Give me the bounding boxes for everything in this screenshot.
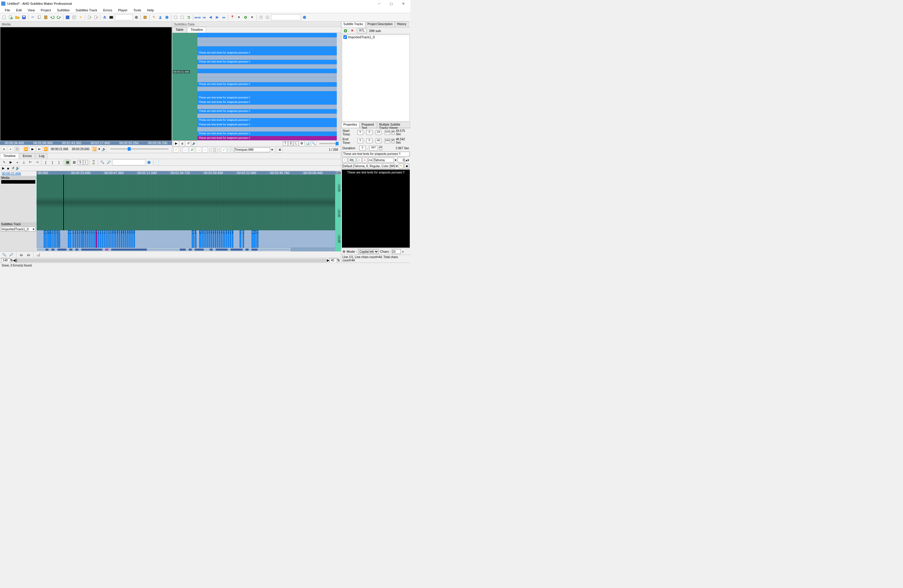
tl-zoom-value[interactable]: 148 xyxy=(1,258,10,263)
timeline-subtitle-block[interactable]: T xyxy=(83,230,84,248)
timeline-subtitle-block[interactable]: T xyxy=(225,230,227,248)
new-plus-button[interactable] xyxy=(8,14,14,20)
subdata-scrollbar[interactable] xyxy=(337,33,341,140)
plugin-a-button[interactable] xyxy=(173,14,179,20)
tl-mark-out-button[interactable]: ⊣ xyxy=(34,159,40,165)
record-button[interactable] xyxy=(134,14,139,20)
add-track-button[interactable] xyxy=(343,28,348,34)
end-ms[interactable]: 542 xyxy=(385,138,391,143)
timeline-subtitle-block[interactable]: T xyxy=(112,230,114,248)
timeline-overview[interactable] xyxy=(36,248,335,251)
timeline-subtitles-track[interactable]: 00...Thes...TT00...T0000...TThT0TTTTTTTT… xyxy=(36,230,335,248)
font-name-input[interactable] xyxy=(374,157,394,162)
subtitle-row[interactable] xyxy=(197,33,337,38)
tl-zoom-in-button[interactable]: 🔍 xyxy=(99,159,105,165)
chars-go-button[interactable]: » xyxy=(402,250,404,253)
tl-bracket-close-button[interactable]: ] xyxy=(56,159,62,165)
save-button[interactable] xyxy=(21,14,27,20)
subtitle-row[interactable] xyxy=(197,42,337,46)
style-pick-button[interactable]: ▣ xyxy=(404,164,409,168)
prop-tab-multiple-subtitle-tracks-viewer[interactable]: Multiple Subtitle Tracks Viewer xyxy=(377,122,410,128)
tl-zoom-out-button[interactable]: 🔎 xyxy=(106,159,112,165)
subtitle-row[interactable]: These are test texts for snapsots purose… xyxy=(197,132,337,136)
sd-tab-table[interactable]: Table xyxy=(172,27,187,33)
timeline-subtitle-block[interactable]: T xyxy=(57,230,58,248)
tl-zoom-spinner[interactable]: ⇅ xyxy=(10,258,13,262)
timeline-subtitle-block[interactable]: 00... xyxy=(192,230,194,248)
end-m[interactable]: 0 xyxy=(367,138,372,143)
subtitle-row[interactable] xyxy=(197,38,337,42)
timeline-subtitle-block[interactable]: 0 xyxy=(59,230,60,248)
license-button[interactable] xyxy=(142,14,148,20)
timeline-subtitle-block[interactable]: T xyxy=(52,230,53,248)
plugin-b-button[interactable] xyxy=(179,14,185,20)
tl-view-a-button[interactable]: ▦ xyxy=(64,159,71,165)
pin-button[interactable]: 📍 xyxy=(230,14,235,20)
clock-icon[interactable] xyxy=(258,14,264,20)
tlf-zoom-in-button[interactable]: 🔍 xyxy=(1,252,7,258)
tl-doc-button[interactable]: 📄 xyxy=(155,159,160,165)
timeline-subtitle-block[interactable]: T xyxy=(81,230,83,248)
right-tab-project-description[interactable]: Project Description xyxy=(365,22,395,27)
lower-tab-errors[interactable]: Errors xyxy=(19,153,35,159)
font-size-input[interactable] xyxy=(398,157,405,162)
timeline-subtitle-block[interactable]: T xyxy=(134,230,135,248)
subdata-rows[interactable]: These are test texts for snapsots purose… xyxy=(197,33,337,140)
menu-subtitles[interactable]: Subtitles xyxy=(55,8,72,13)
font-color-icon[interactable]: A xyxy=(362,157,367,162)
menu-edit[interactable]: Edit xyxy=(14,8,24,13)
subtitle-row[interactable] xyxy=(197,91,337,96)
menu-help[interactable]: Help xyxy=(145,8,156,13)
tl-s-button[interactable]: S xyxy=(78,160,83,165)
sd-play-button[interactable]: ▶ xyxy=(173,141,179,146)
subtitle-row[interactable] xyxy=(197,64,337,69)
timeline-main[interactable]: 00.00000:00:23.68000:00:47.36000:01:11.0… xyxy=(36,171,335,251)
clock-x-icon[interactable] xyxy=(264,14,271,20)
timeline-subtitle-block[interactable]: T xyxy=(206,230,208,248)
menu-player[interactable]: Player xyxy=(116,8,130,13)
timeline-subtitle-block[interactable]: 0 xyxy=(79,230,80,248)
menu-project[interactable]: Project xyxy=(38,8,53,13)
subtitle-row[interactable]: These are test texts for snapsots purose… xyxy=(197,123,337,127)
sd-tab-timeline[interactable]: Timeline xyxy=(187,27,206,33)
start-m[interactable]: 0 xyxy=(367,130,372,135)
timeline-subtitle-block[interactable]: T xyxy=(208,230,210,248)
timeline-subtitle-block[interactable]: 0 xyxy=(58,230,59,248)
undo-button[interactable] xyxy=(49,14,55,20)
timeline-subtitle-block[interactable]: Thes... xyxy=(47,230,50,248)
sd-grid-button[interactable]: ⊞ xyxy=(277,147,282,153)
timeline-subtitle-block[interactable]: 00 xyxy=(239,230,241,248)
export-button[interactable] xyxy=(93,14,99,20)
timeline-subtitle-block[interactable]: Th xyxy=(114,230,116,248)
sd-t-button[interactable]: T xyxy=(283,141,288,146)
tlf-zoom-out-button[interactable]: 🔎 xyxy=(8,252,14,258)
refresh-button[interactable] xyxy=(186,14,192,20)
timeline-subtitle-block[interactable]: 00... xyxy=(68,230,71,248)
timeline-subtitle-block[interactable]: T xyxy=(85,230,87,248)
timeline-subtitle-block[interactable]: 00... xyxy=(125,230,126,248)
sd-cfg-b-button[interactable]: 📊 xyxy=(305,141,310,146)
menu-file[interactable]: File xyxy=(2,8,13,13)
edit-icon[interactable] xyxy=(71,14,77,20)
timeline-subtitle-block[interactable]: T xyxy=(230,230,231,248)
tlf-card-b-button[interactable]: 🗂 xyxy=(25,252,31,258)
tl-mark-in-button[interactable]: ⊢ xyxy=(28,159,33,165)
default-style-input[interactable] xyxy=(343,164,395,168)
tl-hscroll-right[interactable]: ▶ xyxy=(327,258,329,262)
timeline-subtitle-block[interactable]: Th xyxy=(223,230,225,248)
timeline-subtitle-block[interactable]: T xyxy=(213,230,214,248)
timeline-subtitle-block[interactable]: T xyxy=(50,230,52,248)
end-s[interactable]: 46 xyxy=(376,138,382,143)
overview-viewport[interactable] xyxy=(36,248,290,251)
font-a-icon[interactable]: A xyxy=(357,157,362,162)
dropdown-arrow-2-icon[interactable]: ▾ xyxy=(249,14,255,20)
close-button[interactable]: ✕ xyxy=(397,0,409,7)
sd-loop-button[interactable]: ↺ xyxy=(186,141,191,146)
dropdown-arrow-icon[interactable]: ▾ xyxy=(236,14,242,20)
timeline-subtitle-block[interactable]: T xyxy=(242,230,244,248)
timing-dropdown[interactable] xyxy=(271,14,301,20)
timeline-subtitle-block[interactable]: Th xyxy=(95,230,97,248)
subtitle-row[interactable]: These are test texts for snapsots purose… xyxy=(197,60,337,64)
paste-button[interactable] xyxy=(43,14,49,20)
timeline-subtitle-block[interactable]: T xyxy=(89,230,91,248)
